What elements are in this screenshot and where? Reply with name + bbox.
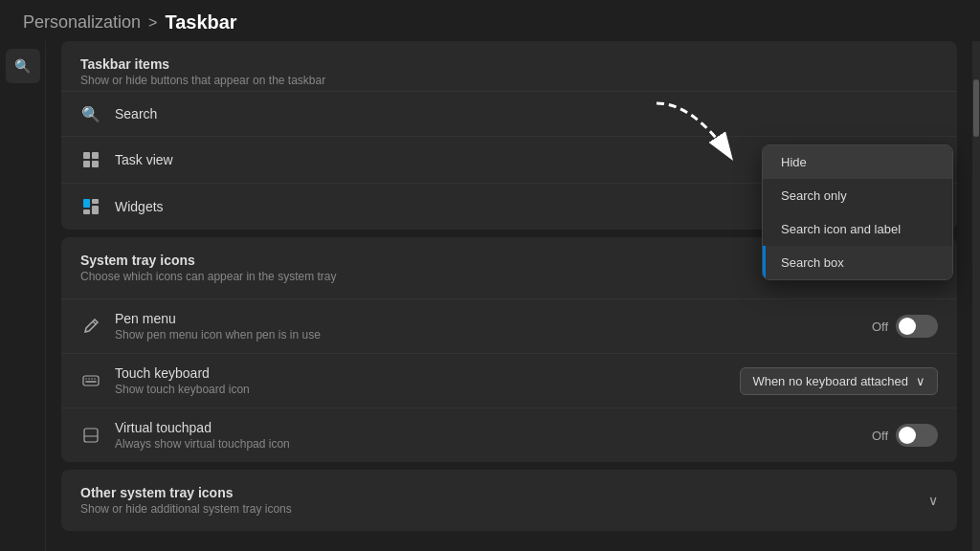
svg-rect-3	[92, 161, 99, 167]
pen-menu-toggle-thumb	[899, 318, 916, 335]
pen-menu-text: Pen menu Show pen menu icon when pen is …	[115, 311, 848, 342]
other-tray-header[interactable]: Other system tray icons Show or hide add…	[61, 470, 957, 531]
svg-line-8	[93, 321, 96, 324]
taskbar-items-subtitle: Show or hide buttons that appear on the …	[80, 74, 938, 87]
taskbar-items-title: Taskbar items	[80, 56, 938, 72]
virtual-touchpad-control[interactable]: Off	[861, 424, 938, 447]
touch-keyboard-desc: Show touch keyboard icon	[115, 383, 726, 396]
dropdown-search-box-label: Search box	[781, 255, 844, 270]
dropdown-item-hide[interactable]: Hide	[763, 145, 952, 179]
chevron-down-icon: ∨	[916, 374, 925, 388]
search-dropdown-menu: Hide Search only Search icon and label S…	[762, 144, 953, 280]
dropdown-search-icon-label-label: Search icon and label	[781, 222, 901, 236]
touch-keyboard-text: Touch keyboard Show touch keyboard icon	[115, 365, 726, 396]
breadcrumb-separator: >	[148, 14, 157, 32]
search-icon: 🔍	[14, 58, 31, 74]
scrollbar-thumb[interactable]	[973, 79, 979, 137]
task-view-title: Task view	[115, 152, 848, 167]
virtual-touchpad-text: Virtual touchpad Always show virtual tou…	[115, 420, 848, 451]
search-icon: 🔍	[81, 105, 100, 123]
pen-menu-desc: Show pen menu icon when pen is in use	[115, 328, 848, 342]
search-row-text: Search	[115, 106, 924, 121]
virtual-touchpad-toggle[interactable]	[896, 424, 938, 447]
task-view-icon	[80, 149, 101, 170]
virtual-touchpad-toggle-thumb	[899, 427, 916, 444]
widgets-text: Widgets	[115, 199, 848, 214]
other-tray-section: Other system tray icons Show or hide add…	[61, 470, 957, 531]
dropdown-search-only-label: Search only	[781, 188, 847, 203]
svg-rect-15	[84, 429, 98, 442]
dropdown-item-search-box[interactable]: Search box	[763, 246, 952, 279]
touch-keyboard-row: Touch keyboard Show touch keyboard icon …	[61, 353, 957, 408]
other-tray-title: Other system tray icons	[80, 485, 292, 500]
other-tray-subtitle: Show or hide additional system tray icon…	[80, 502, 292, 516]
settings-content: Taskbar items Show or hide buttons that …	[46, 41, 972, 551]
other-tray-collapse-icon: ∨	[928, 493, 938, 508]
taskbar-items-header: Taskbar items Show or hide buttons that …	[61, 41, 957, 91]
dropdown-item-search-only[interactable]: Search only	[763, 179, 952, 212]
task-view-text: Task view	[115, 152, 848, 167]
virtual-touchpad-desc: Always show virtual touchpad icon	[115, 437, 848, 451]
search-row: 🔍 Search	[61, 91, 957, 136]
widgets-icon	[80, 196, 101, 217]
dropdown-item-search-icon-label[interactable]: Search icon and label	[763, 212, 952, 246]
page-header: Personalization > Taskbar	[0, 0, 980, 41]
pen-menu-control[interactable]: Off	[861, 315, 938, 338]
search-row-title: Search	[115, 106, 924, 121]
svg-rect-5	[92, 199, 99, 204]
svg-rect-0	[83, 152, 90, 159]
pen-menu-row: Pen menu Show pen menu icon when pen is …	[61, 298, 957, 353]
widgets-title: Widgets	[115, 199, 848, 214]
svg-rect-7	[92, 206, 99, 214]
search-row-icon: 🔍	[80, 103, 101, 124]
touch-keyboard-dropdown[interactable]: When no keyboard attached ∨	[740, 367, 938, 395]
touch-keyboard-title: Touch keyboard	[115, 365, 726, 381]
system-tray-subtitle: Choose which icons can appear in the sys…	[80, 270, 336, 283]
system-tray-title: System tray icons	[80, 253, 336, 268]
main-layout: 🔍 Taskbar items Show or hide buttons tha…	[0, 41, 980, 551]
touch-keyboard-icon	[80, 370, 101, 391]
svg-rect-4	[83, 199, 90, 208]
breadcrumb-parent[interactable]: Personalization	[23, 12, 141, 33]
pen-menu-icon	[80, 316, 101, 337]
touch-keyboard-control[interactable]: When no keyboard attached ∨	[740, 367, 938, 395]
dropdown-hide-label: Hide	[781, 155, 807, 169]
svg-rect-1	[92, 152, 99, 159]
breadcrumb-current: Taskbar	[165, 11, 236, 33]
svg-rect-6	[83, 209, 90, 214]
virtual-touchpad-icon	[80, 425, 101, 446]
pen-menu-toggle-label: Off	[861, 320, 888, 334]
touch-keyboard-dropdown-value: When no keyboard attached	[752, 374, 908, 388]
system-tray-header-text: System tray icons Choose which icons can…	[80, 253, 336, 283]
svg-rect-2	[83, 161, 90, 167]
virtual-touchpad-title: Virtual touchpad	[115, 420, 848, 435]
other-tray-header-text: Other system tray icons Show or hide add…	[80, 485, 292, 516]
svg-rect-9	[83, 376, 99, 386]
sidebar-search-button[interactable]: 🔍	[6, 49, 40, 83]
sidebar: 🔍	[0, 41, 46, 551]
virtual-touchpad-toggle-label: Off	[861, 429, 888, 443]
pen-menu-toggle[interactable]	[896, 315, 938, 338]
virtual-touchpad-row: Virtual touchpad Always show virtual tou…	[61, 408, 957, 462]
pen-menu-title: Pen menu	[115, 311, 848, 326]
scrollbar-track[interactable]	[972, 41, 980, 551]
